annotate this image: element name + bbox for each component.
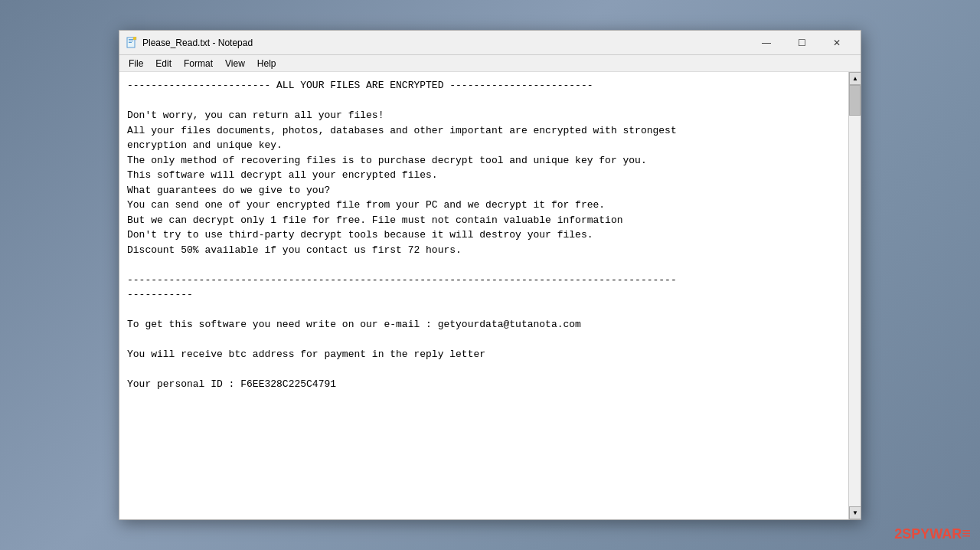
menu-file[interactable]: File	[122, 57, 149, 70]
scroll-up-button[interactable]: ▲	[849, 72, 861, 85]
site-watermark: 2SPYWAR≡	[894, 525, 971, 542]
window-controls: — ☐ ✕	[749, 31, 854, 55]
minimize-button[interactable]: —	[749, 31, 784, 55]
menu-help[interactable]: Help	[251, 57, 283, 70]
content-area: ------------------------ ALL YOUR FILES …	[119, 72, 861, 519]
scroll-down-button[interactable]: ▼	[849, 506, 861, 519]
menu-edit[interactable]: Edit	[149, 57, 178, 70]
window-title: Please_Read.txt - Notepad	[142, 38, 749, 48]
notepad-window: Please_Read.txt - Notepad — ☐ ✕ File Edi…	[119, 30, 861, 520]
svg-rect-3	[129, 42, 132, 43]
title-bar: Please_Read.txt - Notepad — ☐ ✕	[119, 31, 861, 55]
notepad-text[interactable]: ------------------------ ALL YOUR FILES …	[119, 72, 848, 519]
scrollbar-thumb[interactable]	[849, 85, 861, 116]
close-button[interactable]: ✕	[819, 31, 854, 55]
svg-rect-2	[129, 41, 133, 41]
maximize-button[interactable]: ☐	[784, 31, 819, 55]
svg-rect-1	[129, 39, 133, 40]
menu-view[interactable]: View	[219, 57, 251, 70]
watermark-suffix: ≡	[962, 525, 971, 542]
notepad-icon	[126, 37, 138, 49]
menu-format[interactable]: Format	[178, 57, 219, 70]
scrollbar-track[interactable]	[849, 85, 861, 506]
watermark-text: 2SPYWAR	[894, 526, 962, 542]
vertical-scrollbar[interactable]: ▲ ▼	[848, 72, 861, 519]
menu-bar: File Edit Format View Help	[119, 55, 861, 72]
